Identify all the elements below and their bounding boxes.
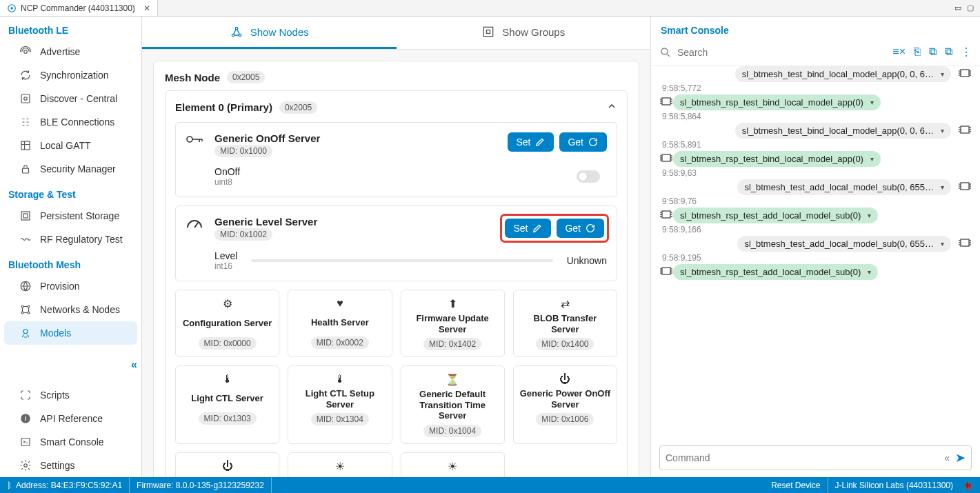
chip-icon[interactable] xyxy=(659,210,673,222)
svg-rect-29 xyxy=(662,154,670,161)
chip-icon[interactable] xyxy=(958,181,972,194)
console-log-list[interactable]: sl_btmesh_test_bind_local_model_app(0, 0… xyxy=(651,66,980,440)
chevron-down-icon[interactable]: ▾ xyxy=(938,183,944,191)
minimize-icon[interactable]: ▭ xyxy=(952,3,963,12)
close-tab-icon[interactable]: ✕ xyxy=(143,3,150,13)
sidebar-item-sync[interactable]: Synchronization xyxy=(4,63,137,87)
chevron-down-icon[interactable]: ▾ xyxy=(868,155,874,163)
chip-icon[interactable] xyxy=(958,68,972,81)
sidebar-item-settings[interactable]: Settings xyxy=(4,454,137,477)
model-card[interactable]: ♥ Health Server MID: 0x0002 xyxy=(288,290,392,357)
chevron-down-icon[interactable]: ▾ xyxy=(938,127,944,134)
copy-all-icon[interactable]: ⧉ xyxy=(929,46,937,59)
sidebar-collapse-icon[interactable]: « xyxy=(131,359,137,371)
status-jlink[interactable]: J-Link Silicon Labs (440311300)🐞 xyxy=(828,477,980,493)
chevron-down-icon[interactable]: ▾ xyxy=(868,99,874,106)
mesh-title: Mesh Node xyxy=(165,72,220,83)
element-header[interactable]: Element 0 (Primary) 0x2005 xyxy=(175,101,617,114)
chip-icon[interactable] xyxy=(958,238,972,250)
svg-rect-30 xyxy=(961,183,969,190)
svg-point-18 xyxy=(24,464,28,467)
sidebar-item-discover[interactable]: Discover - Central xyxy=(4,87,137,110)
gauge-icon xyxy=(186,216,205,230)
more-icon[interactable]: ⋮ xyxy=(961,46,972,59)
titlebar: NCP Commander (440311300) ✕ ▭ ▢ xyxy=(0,0,980,17)
model-card[interactable]: ⏻ Generic Power OnOff xyxy=(175,452,279,477)
sidebar-item-local-gatt[interactable]: Local GATT xyxy=(4,134,137,157)
onoff-toggle[interactable] xyxy=(577,170,600,183)
log-resp-pill[interactable]: sl_btmesh_rsp_test_bind_local_model_app(… xyxy=(673,94,881,110)
sidebar-item-provision[interactable]: Provision xyxy=(4,274,137,298)
sidebar-item-rf-test[interactable]: RF Regulatory Test xyxy=(4,228,137,251)
log-timestamp: 9:58:9,166 xyxy=(659,223,972,236)
sidebar-item-ble-connections[interactable]: BLE Connections xyxy=(4,110,137,134)
send-icon[interactable]: ➤ xyxy=(955,450,966,465)
chevron-down-icon[interactable]: ▾ xyxy=(938,70,944,78)
chevron-down-icon[interactable]: ▾ xyxy=(865,212,871,219)
console-command-input-row: « ➤ xyxy=(659,445,972,470)
sidebar-item-models[interactable]: Models xyxy=(4,321,137,345)
log-timestamp: 9:58:9,195 xyxy=(659,252,972,264)
svg-rect-28 xyxy=(961,126,969,133)
model-card-icon: ⏻ xyxy=(519,373,611,385)
param-type: uint8 xyxy=(214,177,240,187)
svg-point-2 xyxy=(24,50,28,54)
clear-filter-icon[interactable]: ≡× xyxy=(892,46,906,59)
model-card[interactable]: ☀ Light Lightness Setup xyxy=(401,452,505,477)
model-card-icon: ⇄ xyxy=(519,297,611,310)
model-card[interactable]: ⏻ Generic Power OnOff Server MID: 0x1006 xyxy=(513,365,617,444)
log-cmd-pill[interactable]: sl_btmesh_test_bind_local_model_app(0, 0… xyxy=(735,66,951,82)
model-card[interactable]: ⬆ Firmware Update Server MID: 0x1402 xyxy=(401,290,505,357)
set-button[interactable]: Set xyxy=(505,219,551,238)
chevron-down-icon[interactable]: ▾ xyxy=(938,240,944,248)
tab-show-nodes[interactable]: Show Nodes xyxy=(142,17,397,49)
maximize-icon[interactable]: ▢ xyxy=(965,3,976,12)
log-cmd-pill[interactable]: sl_btmesh_test_add_local_model_sub(0, 65… xyxy=(737,236,951,252)
log-resp-pill[interactable]: sl_btmesh_rsp_test_add_local_model_sub(0… xyxy=(673,208,878,223)
svg-point-10 xyxy=(21,305,23,308)
log-resp-pill[interactable]: sl_btmesh_rsp_test_bind_local_model_app(… xyxy=(673,151,881,167)
reset-device-button[interactable]: Reset Device xyxy=(764,477,828,493)
history-icon[interactable]: « xyxy=(944,452,950,463)
sidebar-item-scripts[interactable]: Scripts xyxy=(4,383,137,407)
log-resp-pill[interactable]: sl_btmesh_rsp_test_add_local_model_sub(0… xyxy=(673,264,878,280)
sidebar-item-persistent-storage[interactable]: Persistent Storage xyxy=(4,204,137,228)
model-card-mid: MID: 0x0000 xyxy=(199,337,257,350)
status-address[interactable]: ᛒAddress: B4:E3:F9:C5:92:A1 xyxy=(0,477,130,493)
log-cmd-pill[interactable]: sl_btmesh_test_add_local_model_sub(0, 65… xyxy=(737,179,951,195)
level-slider[interactable] xyxy=(251,259,552,262)
model-card[interactable]: 🌡 Light CTL Server MID: 0x1303 xyxy=(175,365,279,444)
set-button[interactable]: Set xyxy=(508,132,554,152)
model-card[interactable]: ⚙ Configuration Server MID: 0x0000 xyxy=(175,290,279,357)
chevron-down-icon[interactable]: ▾ xyxy=(865,268,871,276)
model-card[interactable]: ☀ Light Lightness Server xyxy=(288,452,392,477)
sidebar-item-advertise[interactable]: Advertise xyxy=(4,40,137,63)
model-grid: ⚙ Configuration Server MID: 0x0000♥ Heal… xyxy=(175,290,617,477)
chip-icon[interactable] xyxy=(659,266,673,279)
copy-icon[interactable]: ⧉ xyxy=(945,46,952,59)
sidebar-item-networks-nodes[interactable]: Networks & Nodes xyxy=(4,298,137,321)
command-input[interactable] xyxy=(666,452,944,463)
model-card-icon: ⚙ xyxy=(181,297,273,310)
window-tab[interactable]: NCP Commander (440311300) ✕ xyxy=(0,0,158,16)
chip-icon[interactable] xyxy=(659,153,673,165)
sidebar-item-security[interactable]: Security Manager xyxy=(4,157,137,181)
get-button[interactable]: Get xyxy=(557,219,604,238)
get-button[interactable]: Get xyxy=(559,132,607,152)
chevron-up-icon[interactable] xyxy=(606,101,617,114)
sidebar-item-smart-console[interactable]: Smart Console xyxy=(4,430,137,454)
search-input[interactable] xyxy=(677,47,887,58)
chip-icon[interactable] xyxy=(659,97,673,109)
svg-rect-3 xyxy=(21,94,30,103)
element-addr-badge: 0x2005 xyxy=(279,101,317,114)
chip-icon[interactable] xyxy=(958,125,972,137)
model-card[interactable]: ⇄ BLOB Transfer Server MID: 0x1400 xyxy=(513,290,617,357)
sidebar-item-label: Scripts xyxy=(40,390,70,401)
tab-show-groups[interactable]: Show Groups xyxy=(397,17,651,49)
export-icon[interactable]: ⎘ xyxy=(914,46,921,59)
model-card-icon: ☀ xyxy=(294,460,386,473)
sidebar-item-api-ref[interactable]: iAPI Reference xyxy=(4,407,137,430)
model-card[interactable]: 🌡 Light CTL Setup Server MID: 0x1304 xyxy=(288,365,392,444)
model-card[interactable]: ⏳ Generic Default Transition Time Server… xyxy=(401,365,505,444)
log-cmd-pill[interactable]: sl_btmesh_test_bind_local_model_app(0, 0… xyxy=(735,123,951,139)
